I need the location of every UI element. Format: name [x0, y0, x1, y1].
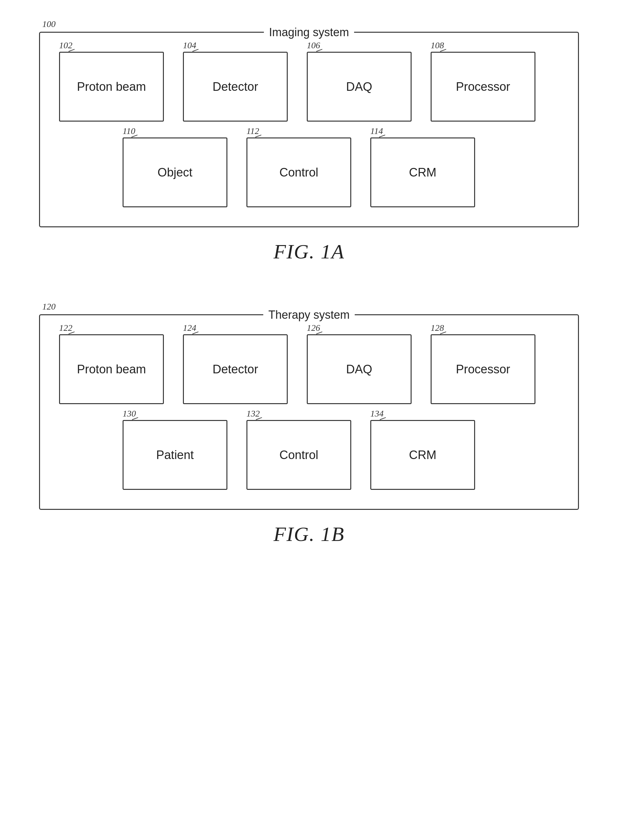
fig1a-object-box: Object [123, 138, 227, 207]
ref-110: 110 [123, 126, 135, 136]
ref-132: 132 [247, 408, 260, 419]
fig1a-top-row: 102 Proton beam 104 Detector [59, 52, 559, 122]
page: 100 Imaging system 102 Proton beam 104 [0, 0, 618, 840]
fig1b-processor-wrapper: 128 Processor [431, 334, 535, 404]
imaging-system-container: Imaging system 102 Proton beam 104 [39, 32, 579, 227]
fig1a-crm-box: CRM [370, 138, 475, 207]
ref-104: 104 [183, 40, 196, 50]
fig1b-section: 120 Therapy system 122 Proton beam 124 [25, 301, 593, 571]
fig1b-detector-label: Detector [212, 362, 258, 376]
therapy-system-container: Therapy system 122 Proton beam 124 [39, 314, 579, 510]
fig1b-detector-box: Detector [183, 334, 288, 404]
fig1a-control-label: Control [279, 166, 318, 180]
fig1b-daq-wrapper: 126 DAQ [307, 334, 412, 404]
outer-ref-120: 120 [42, 301, 56, 312]
fig1b-daq-label: DAQ [346, 362, 372, 376]
ref-126: 126 [307, 323, 320, 333]
fig1b-control-box: Control [247, 420, 351, 490]
fig1a-control-box: Control [247, 138, 351, 207]
fig1a-processor-label: Processor [456, 80, 510, 93]
fig1a-section: 100 Imaging system 102 Proton beam 104 [25, 19, 593, 289]
fig1b-crm-label: CRM [409, 448, 437, 462]
fig1a-detector-box: Detector [183, 52, 288, 122]
ref-130: 130 [123, 408, 136, 419]
fig1b-proton-beam-label: Proton beam [77, 362, 146, 376]
fig1a-crm-label: CRM [409, 166, 437, 180]
fig1a-control-wrapper: 112 Control [247, 138, 351, 207]
fig1a-daq-wrapper: 106 DAQ [307, 52, 412, 122]
fig1a-bottom-row: 110 Object 112 Control 114 [59, 138, 559, 207]
fig1b-patient-label: Patient [156, 448, 194, 462]
imaging-system-title: Imaging system [264, 26, 354, 39]
fig1b-processor-box: Processor [431, 334, 535, 404]
fig1b-control-label: Control [279, 448, 318, 462]
fig1a-daq-label: DAQ [346, 80, 372, 93]
fig1a-proton-beam-box: Proton beam [59, 52, 164, 122]
ref-128: 128 [431, 323, 444, 333]
fig1a-daq-box: DAQ [307, 52, 412, 122]
ref-108: 108 [431, 40, 444, 50]
fig1a-processor-box: Processor [431, 52, 535, 122]
fig1b-daq-box: DAQ [307, 334, 412, 404]
fig1a-processor-wrapper: 108 Processor [431, 52, 535, 122]
ref-134: 134 [370, 408, 383, 419]
ref-122: 122 [59, 323, 73, 333]
fig1a-object-label: Object [157, 166, 192, 180]
fig1a-object-wrapper: 110 Object [123, 138, 227, 207]
ref-112: 112 [247, 126, 259, 136]
fig1a-detector-label: Detector [212, 80, 258, 93]
ref-106: 106 [307, 40, 320, 50]
fig1b-caption: FIG. 1B [273, 522, 345, 546]
fig1b-crm-wrapper: 134 CRM [370, 420, 475, 490]
fig1a-proton-beam-label: Proton beam [77, 80, 146, 93]
outer-ref-100: 100 [42, 19, 56, 29]
ref-124: 124 [183, 323, 196, 333]
fig1b-patient-box: Patient [123, 420, 227, 490]
fig1b-proton-beam-wrapper: 122 Proton beam [59, 334, 164, 404]
ref-102: 102 [59, 40, 73, 50]
fig1b-proton-beam-box: Proton beam [59, 334, 164, 404]
therapy-system-title: Therapy system [263, 308, 355, 322]
fig1b-detector-wrapper: 124 Detector [183, 334, 288, 404]
fig1b-patient-wrapper: 130 Patient [123, 420, 227, 490]
fig1a-crm-wrapper: 114 CRM [370, 138, 475, 207]
fig1b-bottom-row: 130 Patient 132 Control 134 [59, 420, 559, 490]
fig1b-top-row: 122 Proton beam 124 Detector [59, 334, 559, 404]
fig1a-proton-beam-wrapper: 102 Proton beam [59, 52, 164, 122]
fig1b-processor-label: Processor [456, 362, 510, 376]
fig1a-caption: FIG. 1A [273, 240, 345, 264]
fig1b-crm-box: CRM [370, 420, 475, 490]
fig1a-detector-wrapper: 104 Detector [183, 52, 288, 122]
ref-114: 114 [370, 126, 383, 136]
fig1b-control-wrapper: 132 Control [247, 420, 351, 490]
